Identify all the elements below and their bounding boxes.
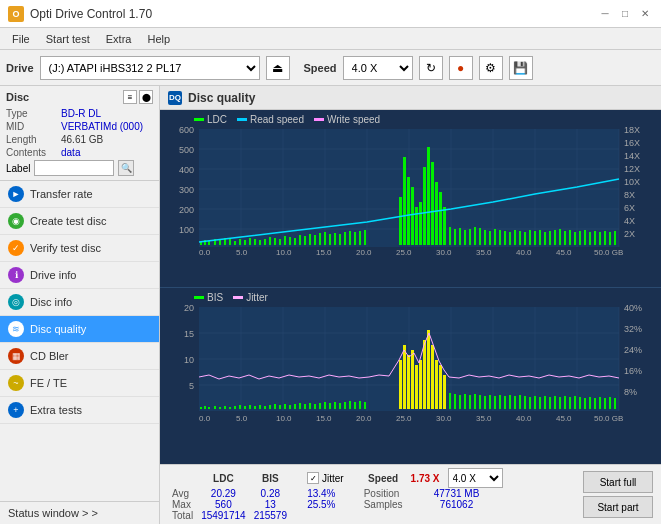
- drive-select[interactable]: (J:) ATAPI iHBS312 2 PL17: [40, 56, 260, 80]
- svg-rect-198: [484, 396, 486, 409]
- close-button[interactable]: ✕: [637, 6, 653, 22]
- legend-jitter-text: Jitter: [246, 292, 268, 303]
- speed-select[interactable]: 4.0 X 8.0 X: [343, 56, 413, 80]
- svg-rect-177: [359, 401, 361, 409]
- transfer-rate-label: Transfer rate: [30, 188, 93, 200]
- disc-label-input[interactable]: [34, 160, 114, 176]
- stats-area: LDC BIS ✓ Jitter Speed 1.73 X: [160, 464, 661, 524]
- burn-button[interactable]: ●: [449, 56, 473, 80]
- svg-rect-102: [574, 232, 576, 245]
- refresh-button[interactable]: ↻: [419, 56, 443, 80]
- svg-rect-96: [544, 232, 546, 245]
- svg-rect-47: [279, 239, 281, 245]
- svg-rect-104: [584, 230, 586, 245]
- svg-text:6X: 6X: [624, 203, 635, 213]
- main-layout: Disc ≡ ⬤ Type BD-R DL MID VERBATIMd (000…: [0, 86, 661, 524]
- start-part-button[interactable]: Start part: [583, 496, 653, 518]
- svg-rect-94: [534, 231, 536, 245]
- sidebar-item-cd-bler[interactable]: ▦ CD Bler: [0, 343, 159, 370]
- samples-val: 761062: [407, 499, 507, 510]
- speed-label: Speed: [304, 62, 337, 74]
- create-test-disc-label: Create test disc: [30, 215, 106, 227]
- svg-rect-98: [554, 230, 556, 245]
- svg-rect-220: [594, 398, 596, 409]
- start-full-button[interactable]: Start full: [583, 471, 653, 493]
- svg-rect-52: [304, 236, 306, 245]
- svg-text:16%: 16%: [624, 366, 642, 376]
- svg-rect-46: [274, 238, 276, 245]
- sidebar-item-disc-info[interactable]: ◎ Disc info: [0, 289, 159, 316]
- svg-text:8%: 8%: [624, 387, 637, 397]
- svg-rect-152: [234, 406, 236, 409]
- disc-length-row: Length 46.61 GB: [6, 134, 153, 145]
- chart2-svg: 20 15 10 5 40% 32% 24% 16% 8%: [164, 305, 654, 425]
- minimize-button[interactable]: ─: [597, 6, 613, 22]
- legend-ldc: LDC: [194, 114, 227, 125]
- svg-rect-218: [584, 398, 586, 409]
- svg-rect-103: [579, 231, 581, 245]
- svg-rect-164: [294, 404, 296, 409]
- svg-rect-95: [539, 230, 541, 245]
- sidebar-item-drive-info[interactable]: ℹ Drive info: [0, 262, 159, 289]
- legend-bis-dot: [194, 296, 204, 299]
- svg-text:15: 15: [184, 329, 194, 339]
- svg-rect-222: [604, 398, 606, 409]
- menu-file[interactable]: File: [4, 31, 38, 47]
- svg-rect-187: [431, 345, 434, 409]
- maximize-button[interactable]: □: [617, 6, 633, 22]
- svg-text:10: 10: [184, 355, 194, 365]
- svg-text:100: 100: [179, 225, 194, 235]
- eject-button[interactable]: ⏏: [266, 56, 290, 80]
- svg-rect-76: [443, 207, 446, 245]
- sidebar: Disc ≡ ⬤ Type BD-R DL MID VERBATIMd (000…: [0, 86, 160, 524]
- svg-text:20.0: 20.0: [356, 414, 372, 423]
- disc-panel: Disc ≡ ⬤ Type BD-R DL MID VERBATIMd (000…: [0, 86, 159, 181]
- svg-rect-35: [219, 240, 221, 245]
- svg-rect-217: [579, 397, 581, 409]
- svg-rect-159: [269, 405, 271, 409]
- svg-text:5: 5: [189, 381, 194, 391]
- svg-rect-174: [344, 402, 346, 409]
- sidebar-item-fe-te[interactable]: ~ FE / TE: [0, 370, 159, 397]
- svg-text:10X: 10X: [624, 177, 640, 187]
- svg-text:300: 300: [179, 185, 194, 195]
- svg-rect-93: [529, 230, 531, 245]
- status-window-btn[interactable]: Status window > >: [0, 502, 159, 524]
- settings-button[interactable]: ⚙: [479, 56, 503, 80]
- disc-icon2[interactable]: ⬤: [139, 90, 153, 104]
- menu-start-test[interactable]: Start test: [38, 31, 98, 47]
- disc-header-icons: ≡ ⬤: [123, 90, 153, 104]
- sidebar-item-extra-tests[interactable]: + Extra tests: [0, 397, 159, 424]
- svg-rect-45: [269, 237, 271, 245]
- svg-rect-188: [435, 360, 438, 409]
- svg-rect-110: [614, 231, 616, 245]
- svg-rect-99: [559, 229, 561, 245]
- svg-rect-170: [324, 402, 326, 409]
- menu-help[interactable]: Help: [139, 31, 178, 47]
- disc-label-btn[interactable]: 🔍: [118, 160, 134, 176]
- svg-rect-182: [411, 350, 414, 409]
- svg-rect-41: [249, 238, 251, 245]
- svg-rect-163: [289, 405, 291, 409]
- sidebar-item-transfer-rate[interactable]: ► Transfer rate: [0, 181, 159, 208]
- nav-items: ► Transfer rate ◉ Create test disc ✓ Ver…: [0, 181, 159, 501]
- jitter-checkbox[interactable]: ✓: [307, 472, 319, 484]
- menu-extra[interactable]: Extra: [98, 31, 140, 47]
- speed-stat-select[interactable]: 4.0 X: [448, 468, 503, 488]
- save-button[interactable]: 💾: [509, 56, 533, 80]
- svg-rect-178: [364, 402, 366, 409]
- bis-header: BIS: [250, 468, 291, 488]
- svg-rect-81: [469, 229, 471, 245]
- legend-write-text: Write speed: [327, 114, 380, 125]
- charts-area: LDC Read speed Write speed: [160, 110, 661, 464]
- chart1-legend: LDC Read speed Write speed: [164, 112, 657, 127]
- jitter-avg: 13.4%: [303, 488, 340, 499]
- sidebar-item-create-test-disc[interactable]: ◉ Create test disc: [0, 208, 159, 235]
- svg-rect-207: [529, 397, 531, 409]
- svg-rect-147: [208, 407, 210, 409]
- sidebar-item-verify-test-disc[interactable]: ✓ Verify test disc: [0, 235, 159, 262]
- svg-text:14X: 14X: [624, 151, 640, 161]
- sidebar-item-disc-quality[interactable]: ≋ Disc quality: [0, 316, 159, 343]
- disc-icon1[interactable]: ≡: [123, 90, 137, 104]
- samples-label: Samples: [360, 499, 407, 510]
